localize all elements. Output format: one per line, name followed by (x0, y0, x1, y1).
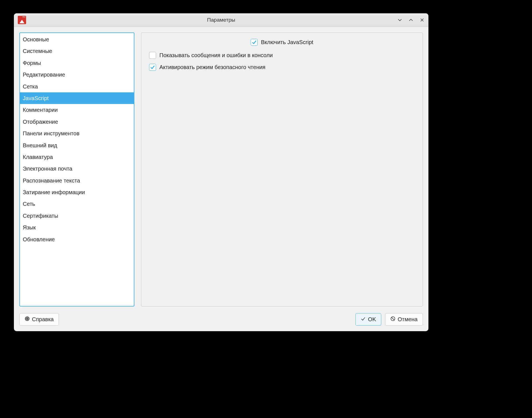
sidebar-item[interactable]: Обновление (20, 234, 134, 245)
help-button[interactable]: Справка (19, 313, 59, 326)
titlebar: Параметры (14, 13, 428, 27)
sidebar-item[interactable]: Затирание информации (20, 186, 134, 198)
sidebar-item[interactable]: Клавиатура (20, 151, 134, 163)
cancel-button-label: Отмена (398, 316, 418, 323)
cancel-icon (390, 316, 395, 323)
sidebar-item-label: Внешний вид (23, 142, 57, 148)
sidebar-item[interactable]: Формы (20, 57, 134, 69)
sidebar-item-label: Распознавание текста (23, 178, 80, 184)
sidebar-item-label: Сертификаты (23, 213, 58, 219)
sidebar-item[interactable]: Комментарии (20, 104, 134, 116)
sidebar-item-label: JavaScript (23, 95, 49, 101)
sidebar-item-label: Основные (23, 36, 49, 42)
sidebar-item[interactable]: Панели инструментов (20, 128, 134, 139)
sidebar-item-label: Формы (23, 60, 41, 66)
content-panel: Включить JavaScriptПоказывать сообщения … (141, 32, 423, 306)
sidebar-item-label: Редактирование (23, 72, 65, 78)
window-title: Параметры (207, 17, 235, 23)
sidebar-item-label: Язык (23, 224, 36, 230)
sidebar-item[interactable]: Сетка (20, 81, 134, 92)
checkbox[interactable] (251, 39, 258, 46)
help-button-label: Справка (32, 316, 54, 323)
option-label: Включить JavaScript (261, 39, 313, 45)
sidebar-item-label: Системные (23, 48, 52, 54)
sidebar-item[interactable]: Язык (20, 222, 134, 233)
sidebar-item[interactable]: Сеть (20, 198, 134, 210)
sidebar-item[interactable]: Распознавание текста (20, 175, 134, 186)
checkbox[interactable] (149, 52, 156, 59)
help-icon (25, 316, 30, 323)
sidebar-item-label: Электронная почта (23, 166, 72, 172)
sidebar-item[interactable]: JavaScript (20, 92, 134, 104)
minimize-icon[interactable] (397, 17, 402, 22)
sidebar-item[interactable]: Внешний вид (20, 140, 134, 151)
app-icon (18, 16, 26, 24)
category-sidebar[interactable]: ОсновныеСистемныеФормыРедактированиеСетк… (19, 32, 134, 306)
sidebar-item[interactable]: Сертификаты (20, 210, 134, 222)
option-row: Показывать сообщения и ошибки в консоли (149, 52, 415, 59)
dialog-body: ОсновныеСистемныеФормыРедактированиеСетк… (14, 27, 428, 309)
sidebar-item[interactable]: Основные (20, 34, 134, 45)
dialog-footer: Справка OK Отмена (14, 309, 428, 331)
maximize-icon[interactable] (408, 17, 413, 22)
sidebar-item-label: Затирание информации (23, 189, 85, 195)
sidebar-item-label: Сетка (23, 83, 38, 90)
sidebar-item-label: Клавиатура (23, 154, 53, 160)
sidebar-item-label: Обновление (23, 236, 55, 242)
preferences-window: Параметры ОсновныеСистемныеФормыРедактир… (14, 13, 428, 331)
sidebar-item[interactable]: Электронная почта (20, 163, 134, 174)
sidebar-item-label: Сеть (23, 201, 35, 207)
ok-button[interactable]: OK (355, 313, 381, 326)
sidebar-item[interactable]: Редактирование (20, 69, 134, 80)
sidebar-item-label: Комментарии (23, 107, 58, 113)
check-icon (361, 316, 366, 323)
option-label: Показывать сообщения и ошибки в консоли (159, 52, 273, 59)
window-controls (397, 17, 425, 22)
ok-button-label: OK (368, 316, 376, 323)
cancel-button[interactable]: Отмена (385, 313, 423, 326)
sidebar-item[interactable]: Отображение (20, 116, 134, 128)
close-icon[interactable] (420, 17, 425, 22)
sidebar-item[interactable]: Системные (20, 45, 134, 57)
sidebar-item-label: Отображение (23, 119, 58, 125)
option-row: Активировать режим безопасного чтения (149, 64, 415, 71)
checkbox[interactable] (149, 64, 156, 71)
sidebar-item-label: Панели инструментов (23, 130, 79, 136)
option-row: Включить JavaScript (149, 39, 415, 46)
option-label: Активировать режим безопасного чтения (159, 64, 265, 70)
